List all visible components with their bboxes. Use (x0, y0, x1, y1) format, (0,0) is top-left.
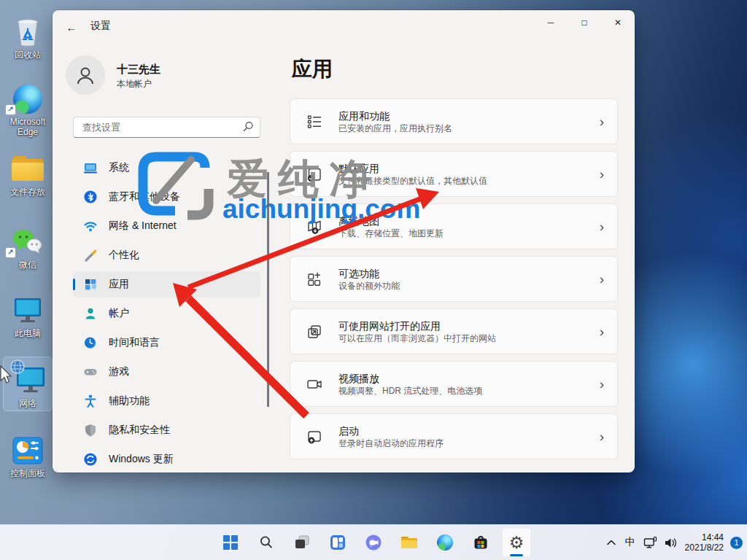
chevron-right-icon: › (600, 429, 604, 445)
edge-icon: ↗ (4, 83, 52, 115)
user-account-type: 本地帐户 (117, 78, 152, 90)
start-button[interactable] (216, 528, 245, 557)
settings-gear-icon: ⚙ (509, 534, 525, 551)
edge-button[interactable] (430, 528, 460, 557)
setting-row-startup[interactable]: 启动 登录时自动启动的应用程序 › (290, 413, 618, 459)
search-icon (258, 534, 274, 551)
sidebar-item-label: 系统 (109, 161, 129, 174)
sidebar-item-gaming[interactable]: 游戏 (73, 359, 260, 385)
sidebar-item-time-language[interactable]: 时间和语言 (73, 330, 260, 356)
volume-icon[interactable] (664, 537, 678, 549)
desktop-icon-network[interactable]: 网络 (4, 357, 52, 411)
setting-row-video-playback[interactable]: 视频播放 视频调整、HDR 流式处理、电池选项 › (290, 361, 618, 407)
tray-chevron-up-icon[interactable] (605, 537, 617, 548)
sidebar-item-system[interactable]: 系统 (73, 155, 260, 181)
gaming-icon (83, 365, 98, 379)
setting-row-offline-maps[interactable]: 离线地图 下载、存储位置、地图更新 › (290, 203, 618, 249)
file-explorer-button[interactable] (395, 528, 424, 557)
maximize-button[interactable]: □ (568, 10, 601, 35)
sidebar-item-windows-update[interactable]: Windows 更新 (73, 446, 260, 472)
chevron-right-icon: › (600, 271, 604, 287)
desktop-icon-label: 回收站 (4, 50, 52, 60)
sidebar-item-privacy-security[interactable]: 隐私和安全性 (73, 417, 260, 443)
setting-subtitle: 可以在应用（而非浏览器）中打开的网站 (338, 333, 600, 344)
setting-title: 启动 (338, 424, 600, 438)
page-title: 应用 (292, 55, 333, 83)
chat-button[interactable] (359, 528, 388, 557)
chevron-right-icon: › (600, 166, 604, 182)
sidebar-item-personalization[interactable]: 个性化 (73, 242, 260, 268)
sidebar-item-bluetooth-devices[interactable]: 蓝牙和其他设备 (73, 184, 260, 210)
sidebar-nav: 系统 蓝牙和其他设备 网络 & Internet 个性化 应用 (73, 155, 260, 475)
shortcut-arrow-icon: ↗ (5, 104, 16, 115)
desktop-icon-label: 文件存放 (4, 187, 52, 197)
network-tray-icon[interactable] (643, 536, 657, 549)
personalization-icon (83, 248, 98, 262)
sidebar-item-label: 应用 (109, 278, 129, 291)
optional-features-icon (305, 270, 324, 289)
ime-indicator[interactable]: 中 (624, 536, 637, 549)
tray-time: 14:44 (685, 532, 724, 542)
sidebar-item-label: Windows 更新 (109, 453, 174, 466)
sidebar-item-network-internet[interactable]: 网络 & Internet (73, 213, 260, 239)
chevron-right-icon: › (600, 114, 604, 130)
setting-title: 视频播放 (338, 372, 600, 385)
default-apps-icon (305, 165, 324, 184)
close-button[interactable]: ✕ (601, 10, 635, 35)
sidebar-item-accessibility[interactable]: 辅助功能 (73, 388, 260, 414)
desktop-icon-wechat[interactable]: ↗ 微信 (4, 225, 52, 272)
recycle-bin-icon (4, 16, 52, 48)
accounts-icon (83, 306, 98, 321)
widgets-icon (329, 534, 347, 551)
apps-features-icon (305, 112, 324, 131)
sidebar-item-label: 辅助功能 (109, 394, 150, 408)
avatar[interactable] (66, 55, 105, 95)
desktop-icon-recycle-bin[interactable]: 回收站 (4, 15, 52, 62)
desktop-icon-file-storage[interactable]: 文件存放 (4, 152, 52, 199)
desktop-icon-label: 此电脑 (4, 328, 52, 338)
setting-row-default-apps[interactable]: 默认应用 文件和链接类型的默认值，其他默认值 › (290, 151, 618, 197)
chevron-right-icon: › (600, 219, 604, 235)
folder-icon (4, 153, 52, 185)
desktop-icon-control-panel[interactable]: 控制面板 (4, 433, 52, 481)
setting-subtitle: 登录时自动启动的应用程序 (338, 438, 600, 449)
setting-row-apps-features[interactable]: 应用和功能 已安装的应用，应用执行别名 › (290, 98, 618, 144)
desktop-icon-label: Microsoft Edge (4, 117, 52, 137)
minimize-button[interactable]: ─ (534, 10, 568, 35)
taskbar-search-button[interactable] (252, 528, 281, 557)
task-view-button[interactable] (287, 528, 317, 557)
setting-title: 离线地图 (338, 214, 600, 228)
widgets-button[interactable] (323, 528, 352, 557)
sidebar-item-apps[interactable]: 应用 (73, 271, 260, 298)
setting-row-apps-for-websites[interactable]: 可使用网站打开的应用 可以在应用（而非浏览器）中打开的网站 › (290, 308, 618, 354)
desktop-icon-label: 微信 (4, 260, 52, 270)
notification-badge[interactable]: 1 (730, 537, 743, 549)
clock[interactable]: 14:44 2021/8/22 (685, 532, 724, 553)
setting-title: 默认应用 (338, 162, 600, 175)
windows-update-icon (83, 452, 98, 467)
desktop-icon-label: 网络 (4, 398, 52, 408)
search-input[interactable] (81, 117, 237, 137)
person-icon (74, 64, 96, 86)
search-icon (243, 121, 254, 132)
wechat-icon: ↗ (4, 226, 52, 258)
apps-icon (83, 277, 98, 292)
user-name: 十三先生 (117, 63, 160, 77)
chevron-right-icon: › (600, 324, 604, 340)
shortcut-arrow-icon: ↗ (5, 247, 16, 258)
titlebar[interactable]: ← 设置 ─ □ ✕ (53, 10, 635, 45)
startup-icon (305, 427, 324, 446)
settings-window: ← 设置 ─ □ ✕ 十三先生 本地帐户 系统 (53, 10, 635, 472)
search-box[interactable] (73, 117, 260, 138)
back-button[interactable]: ← (61, 18, 82, 38)
sidebar-item-accounts[interactable]: 帐户 (73, 300, 260, 327)
settings-button[interactable]: ⚙ (502, 528, 531, 557)
desktop-icon-edge[interactable]: ↗ Microsoft Edge (4, 82, 52, 139)
sidebar-item-label: 网络 & Internet (109, 219, 177, 233)
store-button[interactable] (466, 528, 495, 557)
tray-date: 2021/8/22 (685, 542, 724, 553)
setting-row-optional-features[interactable]: 可选功能 设备的额外功能 › (290, 256, 618, 302)
task-view-icon (293, 534, 311, 551)
desktop-icon-this-pc[interactable]: 此电脑 (4, 293, 52, 341)
taskbar: ⚙ 中 14:44 2021/8/22 1 (0, 524, 747, 560)
